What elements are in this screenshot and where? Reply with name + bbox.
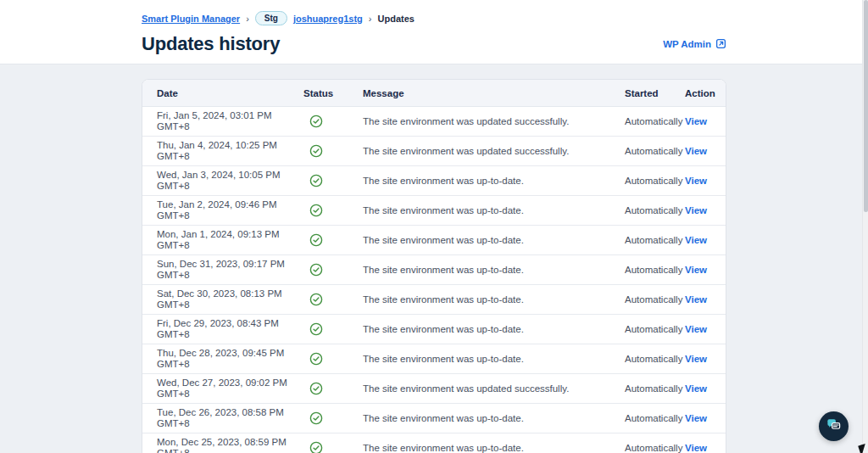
started-cell: Automatically xyxy=(625,354,685,364)
view-link[interactable]: View xyxy=(685,383,707,394)
wp-admin-label: WP Admin xyxy=(663,39,711,49)
wp-admin-link[interactable]: WP Admin xyxy=(663,38,726,51)
column-header-message: Message xyxy=(363,88,625,98)
status-cell xyxy=(303,233,363,247)
action-cell: View xyxy=(685,205,712,215)
view-link[interactable]: View xyxy=(685,205,707,215)
action-cell: View xyxy=(685,383,712,394)
table-row: Fri, Dec 29, 2023, 08:43 PM GMT+8 The si… xyxy=(142,315,726,344)
table-header-row: Date Status Message Started Action xyxy=(142,80,726,107)
status-cell xyxy=(303,382,363,395)
started-cell: Automatically xyxy=(625,176,685,186)
started-cell: Automatically xyxy=(625,413,685,423)
action-cell: View xyxy=(685,235,712,245)
view-link[interactable]: View xyxy=(685,176,707,186)
date-line2: GMT+8 xyxy=(157,448,295,453)
started-cell: Automatically xyxy=(625,383,685,394)
date-line1: Thu, Dec 28, 2023, 09:45 PM xyxy=(157,348,295,359)
message-cell: The site environment was up-to-date. xyxy=(363,235,625,245)
status-cell xyxy=(303,411,363,425)
breadcrumb-link-site[interactable]: joshuapreg1stg xyxy=(293,14,363,24)
scrollbar-thumb[interactable] xyxy=(864,0,868,212)
table-row: Sat, Dec 30, 2023, 08:13 PM GMT+8 The si… xyxy=(142,285,726,315)
breadcrumb-separator: › xyxy=(369,14,372,24)
table-body: Fri, Jan 5, 2024, 03:01 PM GMT+8 The sit… xyxy=(142,107,726,453)
date-line1: Fri, Jan 5, 2024, 03:01 PM GMT+8 xyxy=(157,110,295,132)
breadcrumb-link-smart-plugin-manager[interactable]: Smart Plugin Manager xyxy=(142,14,240,24)
started-cell: Automatically xyxy=(625,265,685,275)
page-title: Updates history xyxy=(142,33,280,55)
table-row: Wed, Dec 27, 2023, 09:02 PM GMT+8 The si… xyxy=(142,374,726,404)
chat-support-button[interactable] xyxy=(819,411,849,441)
status-cell xyxy=(303,293,363,306)
view-link[interactable]: View xyxy=(685,116,707,126)
view-link[interactable]: View xyxy=(685,235,707,245)
column-header-action: Action xyxy=(685,88,715,98)
external-link-icon xyxy=(715,38,726,51)
date-cell: Thu, Jan 4, 2024, 10:25 PM GMT+8 xyxy=(157,140,303,162)
top-header-bar: Smart Plugin Manager › Stg joshuapreg1st… xyxy=(0,0,868,64)
date-cell: Fri, Dec 29, 2023, 08:43 PM GMT+8 xyxy=(157,318,303,340)
success-status-icon xyxy=(309,204,363,217)
column-header-date: Date xyxy=(157,88,303,98)
message-cell: The site environment was up-to-date. xyxy=(363,324,625,334)
started-cell: Automatically xyxy=(625,116,685,126)
action-cell: View xyxy=(685,265,712,275)
view-link[interactable]: View xyxy=(685,443,707,453)
started-cell: Automatically xyxy=(625,146,685,156)
breadcrumb-separator: › xyxy=(246,14,249,24)
date-cell: Sat, Dec 30, 2023, 08:13 PM GMT+8 xyxy=(157,288,303,310)
date-line2: GMT+8 xyxy=(157,210,295,221)
date-line2: GMT+8 xyxy=(157,329,295,340)
date-line2: GMT+8 xyxy=(157,299,295,310)
table-row: Thu, Dec 28, 2023, 09:45 PM GMT+8 The si… xyxy=(142,344,726,374)
breadcrumb-current-page: Updates xyxy=(378,14,415,24)
success-status-icon xyxy=(309,174,363,187)
chat-bubbles-icon xyxy=(826,417,842,436)
view-link[interactable]: View xyxy=(685,265,707,275)
view-link[interactable]: View xyxy=(685,413,707,423)
view-link[interactable]: View xyxy=(685,294,707,305)
date-line1: Wed, Dec 27, 2023, 09:02 PM xyxy=(157,378,295,389)
action-cell: View xyxy=(685,146,712,156)
view-link[interactable]: View xyxy=(685,354,707,364)
updates-history-table: Date Status Message Started Action Fri, … xyxy=(142,79,726,453)
action-cell: View xyxy=(685,443,712,453)
date-cell: Wed, Jan 3, 2024, 10:05 PM GMT+8 xyxy=(157,170,303,192)
date-cell: Mon, Jan 1, 2024, 09:13 PM GMT+8 xyxy=(157,229,303,251)
date-line2: GMT+8 xyxy=(157,418,295,429)
date-cell: Sun, Dec 31, 2023, 09:17 PM GMT+8 xyxy=(157,259,303,281)
success-status-icon xyxy=(309,382,363,395)
view-link[interactable]: View xyxy=(685,146,707,156)
date-line2: GMT+8 xyxy=(157,181,295,192)
date-line2: GMT+8 xyxy=(157,270,295,281)
table-row: Sun, Dec 31, 2023, 09:17 PM GMT+8 The si… xyxy=(142,255,726,285)
message-cell: The site environment was up-to-date. xyxy=(363,443,625,453)
table-row: Wed, Jan 3, 2024, 10:05 PM GMT+8 The sit… xyxy=(142,166,726,196)
date-cell: Mon, Dec 25, 2023, 08:59 PM GMT+8 xyxy=(157,437,303,453)
date-cell: Thu, Dec 28, 2023, 09:45 PM GMT+8 xyxy=(157,348,303,370)
date-line2: GMT+8 xyxy=(157,359,295,370)
status-cell xyxy=(303,352,363,366)
date-cell: Wed, Dec 27, 2023, 09:02 PM GMT+8 xyxy=(157,378,303,400)
date-cell: Tue, Jan 2, 2024, 09:46 PM GMT+8 xyxy=(157,199,303,221)
action-cell: View xyxy=(685,354,712,364)
date-line2: GMT+8 xyxy=(157,151,295,162)
column-header-status: Status xyxy=(303,88,363,98)
action-cell: View xyxy=(685,294,712,305)
breadcrumb: Smart Plugin Manager › Stg joshuapreg1st… xyxy=(142,11,726,25)
success-status-icon xyxy=(309,144,363,158)
started-cell: Automatically xyxy=(625,443,685,453)
date-cell: Tue, Dec 26, 2023, 08:58 PM GMT+8 xyxy=(157,407,303,429)
action-cell: View xyxy=(685,116,712,126)
status-cell xyxy=(303,204,363,217)
vertical-scrollbar[interactable] xyxy=(862,0,868,453)
action-cell: View xyxy=(685,413,712,423)
status-cell xyxy=(303,322,363,336)
status-cell xyxy=(303,115,363,128)
date-line1: Mon, Jan 1, 2024, 09:13 PM xyxy=(157,229,295,240)
view-link[interactable]: View xyxy=(685,324,707,334)
message-cell: The site environment was up-to-date. xyxy=(363,413,625,423)
message-cell: The site environment was updated success… xyxy=(363,146,625,156)
success-status-icon xyxy=(309,115,363,128)
